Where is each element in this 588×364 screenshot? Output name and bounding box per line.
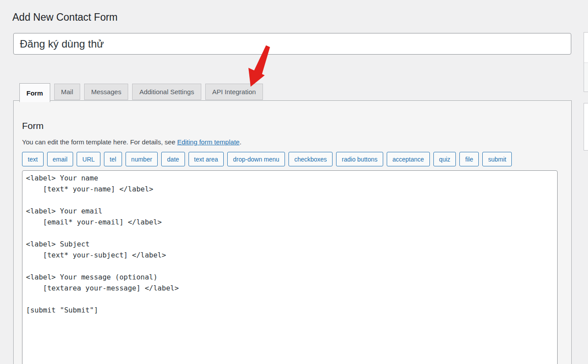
tag-button-file[interactable]: file — [459, 152, 479, 166]
tag-button-url[interactable]: URL — [77, 152, 100, 166]
form-panel-description: You can edit the form template here. For… — [22, 138, 563, 147]
tag-button-email[interactable]: email — [47, 152, 73, 166]
page-title: Add New Contact Form — [12, 11, 118, 23]
tag-button-drop-down-menu[interactable]: drop-down menu — [227, 152, 285, 166]
description-period: . — [240, 138, 241, 146]
form-panel-heading: Form — [22, 120, 563, 131]
sidebar-status-panel-partial — [584, 32, 588, 92]
tag-button-quiz[interactable]: quiz — [433, 152, 456, 166]
tag-button-text-area[interactable]: text area — [189, 152, 224, 166]
editor-tab-bar: Form Mail Messages Additional Settings A… — [13, 83, 263, 102]
form-editor-panel: Form You can edit the form template here… — [13, 100, 572, 364]
tab-messages[interactable]: Messages — [84, 84, 128, 100]
form-title-input[interactable] — [13, 33, 571, 55]
tab-api-integration[interactable]: API Integration — [205, 84, 263, 100]
tag-button-tel[interactable]: tel — [104, 152, 122, 166]
tag-button-date[interactable]: date — [161, 152, 185, 166]
tab-form[interactable]: Form — [19, 83, 50, 102]
cf7-add-new-form-page: Add New Contact Form Form Mail Messages … — [0, 0, 588, 364]
tag-button-checkboxes[interactable]: checkboxes — [288, 152, 333, 166]
tag-button-acceptance[interactable]: acceptance — [387, 152, 430, 166]
tag-generator-toolbar: text email URL tel number date text area… — [22, 152, 563, 166]
description-text: You can edit the form template here. For… — [22, 138, 177, 146]
form-template-textarea[interactable]: <label> Your name [text* your-name] </la… — [22, 170, 558, 364]
tag-button-number[interactable]: number — [126, 152, 158, 166]
tab-additional-settings[interactable]: Additional Settings — [132, 84, 201, 100]
tab-mail[interactable]: Mail — [54, 84, 81, 100]
sidebar-info-panel-partial — [584, 103, 588, 151]
tag-button-text[interactable]: text — [22, 152, 44, 166]
tag-button-submit[interactable]: submit — [482, 152, 512, 166]
editing-form-template-link[interactable]: Editing form template — [177, 138, 240, 146]
sidebar-status-panel-body — [584, 63, 588, 92]
tag-button-radio-buttons[interactable]: radio buttons — [336, 152, 383, 166]
